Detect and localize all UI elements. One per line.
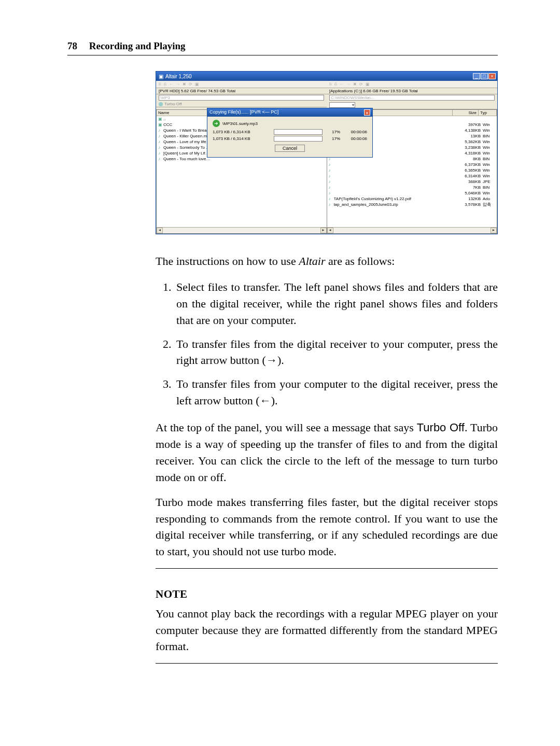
right-arrow-icon[interactable]: → (346, 82, 351, 87)
screenshot-figure: ▣ Altair 1,250 _ □ × ⎘ ⎙ ← → ✖ ⟳ ▣ ⎘ ⎙ (156, 71, 498, 234)
file-icon: ♪ (158, 128, 163, 133)
right-path[interactable]: C:\WINDOWS\Media\… (329, 95, 495, 101)
close-button[interactable]: × (488, 73, 496, 79)
folder-icon[interactable]: ▣ (195, 82, 199, 87)
file-icon: ♪ (329, 179, 334, 184)
para1a: At the top of the panel, you will see a … (156, 421, 417, 434)
delete-icon[interactable]: ✖ (353, 82, 357, 87)
file-type: BIN (481, 185, 495, 190)
cancel-button[interactable]: Cancel (275, 145, 305, 152)
file-size: 368KB (455, 179, 481, 184)
para-turbo-off: At the top of the panel, you will see a … (156, 419, 498, 486)
note-body: You cannot play back the recordings with… (156, 606, 498, 655)
file-row[interactable]: ♪6,365KBWin (327, 167, 497, 173)
dialog-filename: \MP3\01.suely.mp3 (222, 121, 258, 126)
file-size: 5,046KB (455, 191, 481, 195)
copy-dialog: Copying File(s)...... [PVR <— PC] × ➜ \M… (207, 108, 373, 158)
file-icon: ▣ (158, 117, 163, 121)
file-size: 13KB (455, 134, 481, 138)
scroll-right-icon[interactable]: ► (491, 228, 497, 233)
scroll-right-icon[interactable]: ► (320, 228, 327, 233)
file-type: Win (481, 145, 495, 150)
file-icon: ▣ (158, 122, 163, 127)
file-type: Win (481, 151, 495, 156)
file-row[interactable]: ♪7KBBIN (327, 185, 497, 190)
maximize-button[interactable]: □ (481, 73, 488, 79)
file-icon: ♪ (329, 174, 334, 178)
intro-em: Altair (299, 255, 325, 268)
left-arrow-icon[interactable]: ← (340, 82, 344, 87)
file-type: Win (481, 139, 495, 144)
left-path[interactable]: \MP3 (159, 95, 324, 101)
col-type[interactable]: Typ (479, 110, 497, 116)
progress-bar-2 (274, 136, 323, 142)
file-type: Win (481, 162, 495, 167)
turbo-circle-icon[interactable] (159, 102, 163, 106)
note-block: NOTE You cannot play back the recordings… (156, 568, 498, 664)
refresh-icon[interactable]: ⟳ (359, 82, 363, 87)
file-row[interactable]: ♪tap_and_samples_2005June03.zip3,578KB압축 (327, 202, 497, 207)
file-row[interactable]: ♪6,373KBWin (327, 162, 497, 167)
file-row[interactable]: ♪5,046KBWin (327, 190, 497, 196)
file-type: JPE (481, 179, 495, 184)
file-size: 6,373KB (455, 162, 481, 167)
file-icon: ♪ (329, 162, 334, 167)
file-type: Ado (481, 196, 495, 201)
file-icon: ♪ (329, 185, 334, 190)
file-type: Win (481, 128, 495, 133)
file-icon: ♪ (158, 139, 163, 144)
file-row[interactable]: ♪368KBJPE (327, 179, 497, 185)
file-type: Win (481, 168, 495, 173)
left-arrow-icon[interactable]: ← (169, 82, 173, 87)
scroll-left-icon[interactable]: ◄ (327, 228, 333, 233)
file-size: 397KB (455, 122, 481, 127)
copy-icon[interactable]: ⎘ (329, 82, 332, 87)
delete-icon[interactable]: ✖ (183, 82, 186, 87)
left-toolbar: ⎘ ⎙ ← → ✖ ⟳ ▣ (156, 81, 327, 88)
note-heading: NOTE (156, 586, 498, 602)
file-icon: ♪ (158, 157, 163, 161)
paste-icon[interactable]: ⎙ (164, 82, 166, 87)
file-type: Win (481, 122, 495, 127)
turbo-label: Turbo Off (164, 102, 181, 106)
progress-time-1: 00:00:06 (344, 130, 367, 134)
file-size: 132KB (455, 196, 481, 201)
file-type: Win (481, 174, 495, 178)
col-size[interactable]: Size (453, 110, 479, 116)
right-info: [Applications (C:)] 6.06 GB Free/ 19.53 … (327, 88, 497, 94)
right-arrow-icon[interactable]: → (176, 82, 180, 87)
file-icon: ♪ (329, 168, 334, 173)
folder-icon[interactable]: ▣ (366, 82, 370, 87)
scroll-left-icon[interactable]: ◄ (157, 228, 163, 233)
progress-bar-1 (274, 129, 323, 135)
file-size: 5,362KB (455, 139, 481, 144)
filter-dropdown[interactable]: ▾ (329, 102, 355, 108)
minimize-button[interactable]: _ (473, 73, 480, 79)
file-size: 6,365KB (455, 168, 481, 173)
page-header: 78 Recording and Playing (67, 40, 498, 55)
body-text: The instructions on how to use Altair ar… (156, 253, 498, 664)
altair-window: ▣ Altair 1,250 _ □ × ⎘ ⎙ ← → ✖ ⟳ ▣ ⎘ ⎙ (156, 71, 498, 234)
progress-pct-2: 17% (327, 136, 340, 141)
turbo-toggle-row[interactable]: Turbo Off (156, 101, 327, 107)
file-size: 8KB (455, 157, 481, 161)
steps-list: Select files to transfer. The left panel… (174, 279, 498, 409)
page-number: 78 (67, 40, 77, 51)
progress-stats-2: 1,073 KB / 6,314 KB (213, 136, 270, 141)
file-row[interactable]: ♪6,314KBWin (327, 173, 497, 179)
file-icon: ♪ (329, 191, 334, 195)
intro-b: are as follows: (326, 255, 395, 268)
copy-icon[interactable]: ⎘ (159, 82, 161, 87)
file-type: BIN (481, 134, 495, 138)
dialog-close-button[interactable]: × (364, 109, 370, 116)
refresh-icon[interactable]: ⟳ (189, 82, 192, 87)
turbo-off-label: Turbo Off (417, 421, 465, 434)
file-size: 3,578KB (455, 202, 481, 207)
right-scrollbar[interactable]: ◄ ► (327, 227, 497, 233)
disk-icon: ➜ (213, 120, 220, 127)
paste-icon[interactable]: ⎙ (334, 82, 337, 87)
step-2: To transfer files from the digital recei… (174, 336, 498, 369)
left-scrollbar[interactable]: ◄ ► (157, 227, 327, 233)
file-icon: ♪ (158, 145, 163, 150)
file-row[interactable]: ♪TAP(Topfield's Customizing API) v1.22.p… (327, 196, 497, 202)
